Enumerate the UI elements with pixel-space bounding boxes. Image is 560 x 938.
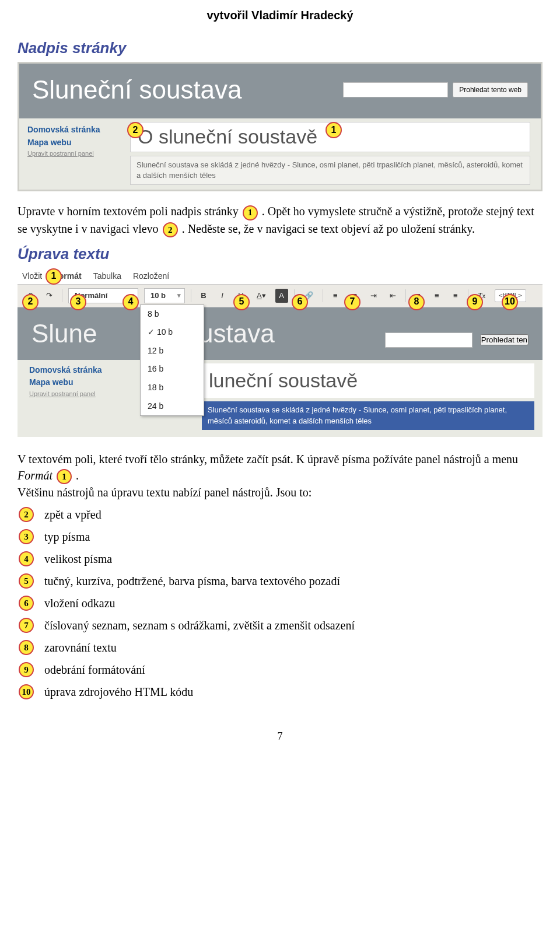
separator — [191, 289, 191, 302]
preview-search-input[interactable] — [385, 332, 473, 348]
inline-marker-1: 1 — [243, 205, 258, 220]
separator — [323, 289, 323, 302]
screenshot-1: Sluneční soustava Prohledat tento web Do… — [18, 62, 542, 191]
page-number: 7 — [18, 729, 542, 744]
annot-m8: 8 — [408, 294, 425, 310]
tool-marker: 2 — [19, 507, 34, 522]
tool-label: tučný, kurzíva, podtržené, barva písma, … — [44, 573, 340, 589]
italic-button[interactable]: I — [216, 289, 229, 303]
paragraph-2: V textovém poli, které tvoří tělo stránk… — [18, 451, 542, 501]
section-title-1: Nadpis stránky — [18, 37, 542, 58]
preview-page-title: luneční soustavě — [202, 363, 534, 398]
bold-button[interactable]: B — [197, 289, 210, 303]
tool-item: 2zpět a vpřed — [18, 506, 542, 523]
p2-t1: V textovém poli, které tvoří tělo stránk… — [18, 453, 518, 466]
annot-m4: 4 — [123, 294, 139, 310]
p1-t1: Upravte v horním textovém poli nadpis st… — [18, 205, 242, 218]
p1-t3: . Neděste se, že v navigaci se text obje… — [182, 222, 475, 235]
section-title-2: Úprava textu — [18, 243, 542, 264]
annot-m9: 9 — [467, 294, 483, 310]
size-option[interactable]: 16 b — [141, 360, 204, 379]
preview-side-nav: Domovská stránka Mapa webu Upravit postr… — [18, 360, 134, 402]
tool-marker: 5 — [19, 573, 34, 589]
tool-label: typ písma — [44, 528, 90, 545]
inline-marker-2: 2 — [163, 222, 178, 237]
tool-marker: 8 — [19, 640, 34, 655]
indent-less-button[interactable]: ⇤ — [386, 289, 400, 303]
size-option[interactable]: 8 b — [141, 305, 204, 324]
tool-label: odebrání formátování — [44, 662, 145, 678]
preview-site-banner: Slune pustava Prohledat ten — [18, 307, 542, 360]
tool-marker: 4 — [19, 551, 34, 566]
banner-left-text: Slune — [32, 316, 97, 352]
page-title-text: O sluneční soustavě — [138, 123, 317, 151]
size-option[interactable]: 12 b — [141, 342, 204, 360]
annot-m3: 3 — [70, 294, 86, 310]
inline-marker-p2-1: 1 — [57, 469, 72, 484]
nav-edit-sidebar[interactable]: Upravit postranní panel — [27, 149, 118, 158]
tool-item: 6vložení odkazu — [18, 595, 542, 611]
annot-m1: 1 — [46, 268, 62, 285]
annot-m5: 5 — [233, 294, 250, 310]
p2-italic: Formát — [18, 469, 52, 482]
tool-item: 4velikost písma — [18, 551, 542, 567]
menu-vlozit[interactable]: Vložit — [22, 271, 42, 282]
paragraph-1: Upravte v horním textovém poli nadpis st… — [18, 203, 542, 237]
nav-home[interactable]: Domovská stránka — [27, 124, 118, 136]
p2-t2: . — [76, 469, 79, 482]
tool-marker: 7 — [19, 618, 34, 633]
preview-search-button[interactable]: Prohledat ten — [480, 334, 528, 345]
tool-label: vložení odkazu — [44, 595, 116, 611]
annot-m6: 6 — [292, 294, 308, 310]
site-title: Sluneční soustava — [32, 72, 242, 108]
tool-item: 10úprava zdrojového HTML kódu — [18, 684, 542, 700]
font-size-dropdown: 8 b 10 b 12 b 16 b 18 b 24 b — [140, 304, 204, 416]
tool-marker: 3 — [19, 529, 34, 544]
doc-author: vytvořil Vladimír Hradecký — [18, 7, 542, 23]
size-option[interactable]: 18 b — [141, 379, 204, 397]
tool-label: velikost písma — [44, 551, 112, 567]
size-option[interactable]: 10 b — [141, 323, 204, 342]
tool-item: 9odebrání formátování — [18, 662, 542, 678]
nav-map[interactable]: Mapa webu — [29, 377, 128, 388]
menu-tabulka[interactable]: Tabulka — [93, 271, 121, 282]
nav-home[interactable]: Domovská stránka — [29, 365, 128, 376]
align-right-button[interactable]: ≡ — [449, 289, 462, 303]
annot-m2: 2 — [22, 294, 38, 310]
indent-more-button[interactable]: ⇥ — [367, 289, 380, 303]
tool-label: úprava zdrojového HTML kódu — [44, 684, 193, 700]
tool-item: 7číslovaný seznam, seznam s odrážkami, z… — [18, 617, 542, 634]
editor-menubar: Vložit Formát Tabulka Rozložení — [18, 268, 542, 285]
p2-t3: Většinu nástrojů na úpravu textu nabízí … — [18, 486, 312, 499]
separator — [405, 289, 406, 302]
nav-edit-sidebar[interactable]: Upravit postranní panel — [29, 390, 128, 398]
annot-m10: 10 — [502, 294, 518, 310]
redo-button[interactable]: ↷ — [43, 289, 56, 303]
search-input[interactable] — [343, 82, 448, 97]
size-select[interactable]: 10 b — [144, 288, 185, 303]
tool-marker: 9 — [19, 662, 34, 677]
numbered-list-button[interactable]: ≡ — [329, 289, 342, 303]
preview-page-desc: Sluneční soustava se skládá z jedné hvěz… — [202, 401, 534, 429]
tool-label: zarovnání textu — [44, 639, 117, 656]
tool-label: zpět a vpřed — [44, 506, 102, 523]
screenshot-2: Vložit Formát Tabulka Rozložení ↶ ↷ Norm… — [18, 268, 542, 437]
editor-toolbar: ↶ ↷ Normální 10 b B I U A▾ A 🔗 ≡ ≣ ⇥ ⇤ ≡… — [18, 284, 542, 307]
page-description-box[interactable]: Sluneční soustava se skládá z jedné hvěz… — [130, 156, 530, 185]
side-nav: Domovská stránka Mapa webu Upravit postr… — [19, 118, 124, 163]
annot-m7: 7 — [344, 294, 360, 310]
tool-label: číslovaný seznam, seznam s odrážkami, zv… — [44, 617, 355, 634]
bg-color-button[interactable]: A — [275, 289, 288, 303]
separator — [62, 289, 62, 302]
search-button[interactable]: Prohledat tento web — [453, 82, 528, 97]
nav-map[interactable]: Mapa webu — [27, 137, 118, 149]
tool-item: 8zarovnání textu — [18, 639, 542, 656]
text-color-button[interactable]: A▾ — [253, 289, 270, 303]
tool-marker: 6 — [19, 596, 34, 611]
size-option[interactable]: 24 b — [141, 397, 204, 416]
align-center-button[interactable]: ≡ — [430, 289, 443, 303]
tool-marker: 10 — [19, 684, 34, 699]
tools-list: 2zpět a vpřed 3typ písma 4velikost písma… — [18, 506, 542, 700]
tool-item: 5tučný, kurzíva, podtržené, barva písma,… — [18, 573, 542, 589]
menu-rozlozeni[interactable]: Rozložení — [133, 271, 169, 282]
